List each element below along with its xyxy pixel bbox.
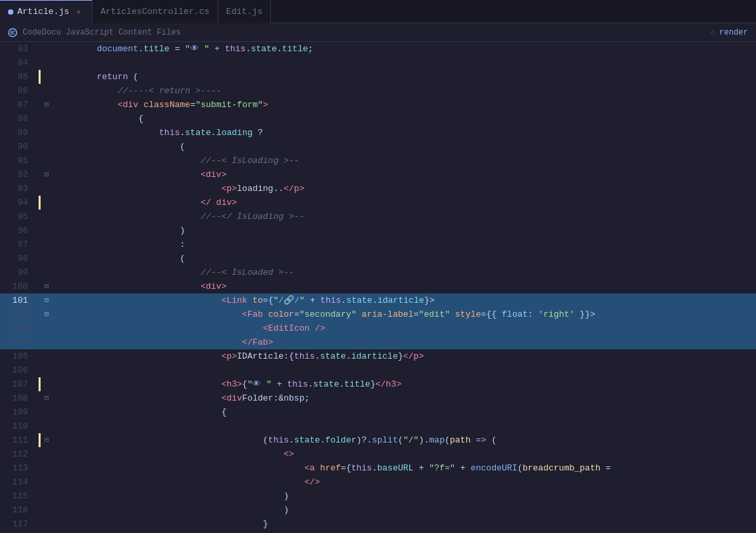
line-number: 113: [0, 461, 39, 475]
code-text: <div>: [53, 279, 756, 293]
breadcrumb-left: CodeDocu JavaScript Content Files: [8, 28, 181, 37]
code-line: 108 ⊟ <divFolder:&nbsp;: [0, 391, 756, 405]
line-number: 104: [0, 335, 39, 349]
fold-indicator[interactable]: ⊟: [41, 433, 53, 447]
code-text: <divFolder:&nbsp;: [53, 391, 756, 405]
fold-indicator: [41, 224, 53, 238]
code-text: [53, 363, 756, 377]
tab-close-button[interactable]: ✕: [73, 7, 84, 17]
fold-indicator[interactable]: ⊟: [41, 293, 53, 307]
editor: 83 document.title = "👁 " + this.state.ti…: [0, 42, 756, 533]
tab-label: ArticlesController.cs: [100, 7, 210, 17]
tab-label: Article.js: [17, 7, 69, 17]
code-line-selected: 101 ⊟ <Link to={"/🔗/" + this.state.idart…: [0, 293, 756, 307]
code-text: //--</ IsLoading >--: [53, 210, 756, 224]
fold-indicator: [41, 56, 53, 70]
line-number: 100: [0, 279, 39, 293]
line-number: 99: [0, 266, 39, 279]
fold-indicator: [41, 349, 53, 363]
tab-article-js[interactable]: Article.js ✕: [0, 0, 93, 23]
fold-indicator: [41, 252, 53, 266]
fold-indicator: [41, 363, 53, 377]
fold-indicator: [41, 84, 53, 98]
line-number: 86: [0, 84, 39, 98]
line-number: 98: [0, 252, 39, 266]
code-line-selected: 104 </Fab>: [0, 335, 756, 349]
fold-indicator: [41, 503, 53, 517]
code-line: 114 </>: [0, 475, 756, 489]
fold-indicator: [41, 405, 53, 419]
code-text: ): [53, 489, 756, 503]
code-line: 110: [0, 419, 756, 433]
line-number: 95: [0, 210, 39, 224]
line-number: 101: [0, 293, 39, 307]
code-text: {: [53, 405, 756, 419]
code-line: 117 }: [0, 517, 756, 531]
code-text: (: [53, 252, 756, 266]
fold-indicator: [41, 112, 53, 126]
code-text: </>: [53, 475, 756, 489]
editor-container: Article.js ✕ ArticlesController.cs Edit.…: [0, 0, 756, 533]
line-number: 116: [0, 503, 39, 517]
code-line: 111 ⊟ (this.state.folder)?.split("/").ma…: [0, 433, 756, 447]
code-text: :: [53, 238, 756, 252]
line-number: 111: [0, 433, 39, 447]
fold-indicator[interactable]: ⊟: [41, 307, 53, 321]
fold-indicator: [41, 335, 53, 349]
line-number: 89: [0, 126, 39, 140]
tab-label: Edit.js: [226, 7, 263, 17]
code-text: <>: [53, 447, 756, 461]
fold-indicator: [41, 238, 53, 252]
code-text: this.state.loading ?: [53, 126, 756, 140]
code-line: 115 ): [0, 489, 756, 503]
fold-indicator: [41, 140, 53, 154]
code-area[interactable]: 83 document.title = "👁 " + this.state.ti…: [0, 42, 756, 533]
code-line: 109 {: [0, 405, 756, 419]
fold-indicator: [41, 517, 53, 531]
line-number: 109: [0, 405, 39, 419]
line-number: 85: [0, 70, 39, 84]
line-number: 115: [0, 489, 39, 503]
line-number: 103: [0, 321, 39, 335]
code-text: [53, 419, 756, 433]
code-line: 94 </ div>: [0, 196, 756, 210]
code-text: </Fab>: [53, 335, 756, 349]
fold-indicator[interactable]: ⊟: [41, 98, 53, 112]
code-line: 100 ⊟ <div>: [0, 279, 756, 293]
code-text: <h3>{"👁 " + this.state.title}</h3>: [53, 377, 756, 391]
code-line: 93 <p>loading..</p>: [0, 182, 756, 196]
code-line: 85 return (: [0, 70, 756, 84]
line-number: 106: [0, 363, 39, 377]
code-line: 98 (: [0, 252, 756, 266]
fold-indicator: [41, 489, 53, 503]
line-number: 97: [0, 238, 39, 252]
code-text: ): [53, 503, 756, 517]
code-text: return (: [53, 70, 756, 84]
code-text: [53, 56, 756, 70]
line-number: 87: [0, 98, 39, 112]
fold-indicator: [41, 475, 53, 489]
fold-indicator: [41, 42, 53, 56]
code-line: 83 document.title = "👁 " + this.state.ti…: [0, 42, 756, 56]
code-line: 88 {: [0, 112, 756, 126]
tab-articles-controller[interactable]: ArticlesController.cs: [93, 0, 218, 23]
fold-indicator: [41, 182, 53, 196]
code-line: 89 this.state.loading ?: [0, 126, 756, 140]
tab-bar: Article.js ✕ ArticlesController.cs Edit.…: [0, 0, 756, 23]
codeDocu-icon: [8, 28, 17, 37]
line-number: 107: [0, 377, 39, 391]
fold-indicator: [41, 210, 53, 224]
code-text: ): [53, 224, 756, 238]
code-text: <a href={this.baseURL + "?f=" + encodeUR…: [53, 461, 756, 475]
code-text: //----< return >----: [53, 84, 756, 98]
code-text: <Link to={"/🔗/" + this.state.idarticle}>: [53, 293, 756, 307]
code-line-selected: 102 ⊟ <Fab color="secondary" aria-label=…: [0, 307, 756, 321]
tab-edit-js[interactable]: Edit.js: [218, 0, 272, 23]
fold-indicator[interactable]: ⊟: [41, 168, 53, 182]
fold-indicator[interactable]: ⊟: [41, 391, 53, 405]
fold-indicator[interactable]: ⊟: [41, 279, 53, 293]
code-line: 106: [0, 363, 756, 377]
code-line: 107 <h3>{"👁 " + this.state.title}</h3>: [0, 377, 756, 391]
code-line: 113 <a href={this.baseURL + "?f=" + enco…: [0, 461, 756, 475]
line-number: 96: [0, 224, 39, 238]
